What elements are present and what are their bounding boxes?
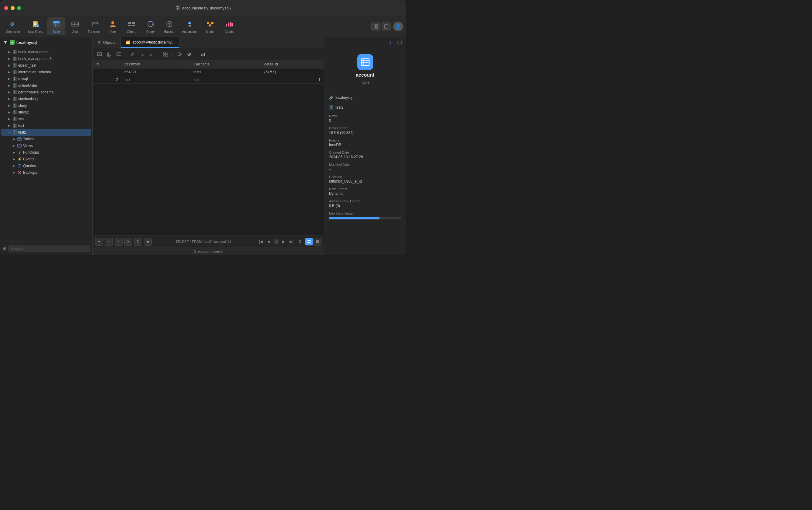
delete-row-button[interactable] xyxy=(115,50,123,58)
toolbar-query[interactable]: Query xyxy=(142,17,160,35)
filter-button[interactable] xyxy=(138,50,147,58)
page-first-button[interactable]: |◀ xyxy=(258,238,264,245)
chart-view-button[interactable] xyxy=(199,50,207,58)
function-label: Function xyxy=(88,30,99,33)
table-row[interactable]: 2 test test 1 xyxy=(93,76,324,84)
settings-icon[interactable]: ⚙ xyxy=(2,246,7,251)
tab-account[interactable]: 🗂️ account@test2 (localmy... xyxy=(121,37,179,48)
sidebar-item-book-management[interactable]: ▶ 🗄️ book_management xyxy=(1,49,91,55)
grid-button[interactable] xyxy=(161,50,170,58)
grid-view-type-button[interactable] xyxy=(305,238,313,246)
stop-button[interactable] xyxy=(185,50,193,58)
sidebar: ▼ ● localmysql ▶ 🗄️ book_management ▶ 🗄️… xyxy=(0,37,93,255)
page-next-button[interactable]: ▶ xyxy=(280,238,287,245)
sidebar-item-ebean-test[interactable]: ▶ 🗄️ ebean_test xyxy=(1,62,91,69)
sidebar-item-information-schema[interactable]: ▶ 🗄️ information_schema xyxy=(1,69,91,76)
sidebar-item-backups[interactable]: ▶ Backups xyxy=(1,169,91,176)
split-view-button[interactable] xyxy=(371,22,381,31)
sidebar-item-functions[interactable]: ▶ ƒ Functions xyxy=(1,149,91,156)
cancel-status-button[interactable]: ✕ xyxy=(124,238,132,246)
expand-icon: ▶ xyxy=(7,104,11,107)
edit-button[interactable] xyxy=(128,50,137,58)
check-status-button[interactable]: ✓ xyxy=(115,238,123,246)
toolbar-model[interactable]: Model xyxy=(201,17,219,35)
toolbar-charts[interactable]: Charts xyxy=(220,17,238,35)
svg-rect-71 xyxy=(166,54,168,56)
sidebar-item-mysql[interactable]: ▶ 🗄️ mysql xyxy=(1,76,91,82)
maximize-button[interactable] xyxy=(17,6,21,10)
db-icon: 🗄️ xyxy=(12,76,17,81)
sidebar-item-events[interactable]: ▶ ⚡ Events xyxy=(1,156,91,163)
toolbar-table[interactable]: Table xyxy=(47,17,65,35)
page-last-button[interactable]: ▶| xyxy=(288,238,295,245)
toolbar-backup[interactable]: Backup xyxy=(160,17,179,35)
view-icon xyxy=(70,19,80,29)
toolbar-user[interactable]: User xyxy=(104,17,122,35)
list-view-type-button[interactable] xyxy=(313,238,322,246)
minimize-button[interactable] xyxy=(11,6,14,10)
toolbar-automation[interactable]: Automation xyxy=(179,17,201,35)
sidebar-item-staybooking[interactable]: ▶ 🗄️ staybooking xyxy=(1,95,91,102)
search-input[interactable] xyxy=(8,245,90,252)
svg-rect-49 xyxy=(18,144,21,147)
backups-icon xyxy=(17,170,22,175)
db-icon: 🗄️ xyxy=(12,90,17,95)
single-view-button[interactable] xyxy=(382,22,391,31)
sidebar-item-queries[interactable]: ▶ Queries xyxy=(1,163,91,169)
refresh-button[interactable] xyxy=(175,50,184,58)
col-header-username[interactable]: username xyxy=(190,60,261,68)
close-button[interactable] xyxy=(4,6,8,10)
sidebar-item-views[interactable]: ▶ Views xyxy=(1,142,91,149)
sidebar-item-tables[interactable]: ▶ Tables xyxy=(1,136,91,142)
info-tab-button[interactable]: ℹ xyxy=(386,39,394,47)
query-icon xyxy=(146,19,155,29)
col-header-detail-id[interactable]: detail_id xyxy=(261,60,324,68)
sidebar-item-test2[interactable]: ▼ 🗄️ test2 xyxy=(1,129,91,136)
toolbar-function[interactable]: ƒ (x) Function xyxy=(85,17,103,35)
toolbar-new-query[interactable]: + New Query xyxy=(25,17,47,35)
data-length-value: 16 KB (16,384) xyxy=(329,131,401,135)
copy-row-button[interactable] xyxy=(105,50,114,58)
toolbar-view[interactable]: View xyxy=(66,17,84,35)
sidebar-item-online-order[interactable]: ▶ 🗄️ onlineOrder xyxy=(1,82,91,89)
sidebar-item-book-management3[interactable]: ▶ 🗄️ book_management3 xyxy=(1,55,91,62)
titlebar: 🗄️ account@test2 (localmysql) xyxy=(0,0,406,16)
svg-rect-80 xyxy=(309,240,310,241)
svg-rect-23 xyxy=(128,25,131,26)
sidebar-item-performance-schema[interactable]: ▶ 🗄️ performance_schema xyxy=(1,89,91,95)
add-row-button[interactable] xyxy=(95,50,104,58)
svg-rect-43 xyxy=(374,25,375,28)
sidebar-item-sys[interactable]: ▶ 🗄️ sys xyxy=(1,116,91,122)
toolbar-connection[interactable]: Connection xyxy=(3,17,25,35)
add-status-button[interactable]: + xyxy=(95,238,103,246)
remove-status-button[interactable]: − xyxy=(105,238,113,246)
cell-username: test xyxy=(190,76,261,84)
entity-type: Table xyxy=(361,80,369,85)
settings-status-icon[interactable]: ⚙ xyxy=(297,238,303,245)
svg-rect-22 xyxy=(128,22,131,24)
sort-button[interactable] xyxy=(148,50,156,58)
page-prev-button[interactable]: ◀ xyxy=(266,238,272,245)
toolbar-others[interactable]: Others xyxy=(123,17,141,35)
col-header-id[interactable]: id xyxy=(93,60,121,68)
sidebar-item-label: onlineOrder xyxy=(18,83,37,88)
main-toolbar: Connection + New Query Table xyxy=(0,16,406,37)
svg-rect-70 xyxy=(163,54,166,56)
table-row[interactable]: 1 654321 test1 (NULL) xyxy=(93,68,324,76)
stop-status-button[interactable]: ■ xyxy=(144,238,152,246)
reload-status-button[interactable]: ↻ xyxy=(134,238,142,246)
cell-detail-id: (NULL) xyxy=(261,68,324,76)
view-label: View xyxy=(72,30,79,33)
collation-value: utf8mb4_0900_ai_ci xyxy=(329,179,401,183)
col-header-password[interactable]: password xyxy=(121,60,190,68)
sidebar-item-study[interactable]: ▶ 🗄️ study xyxy=(1,102,91,109)
sidebar-item-study2[interactable]: ▶ 🗄️ study2 xyxy=(1,109,91,116)
svg-rect-39 xyxy=(226,24,227,26)
expand-icon: ▶ xyxy=(7,51,11,54)
user-avatar[interactable]: 👤 xyxy=(393,22,403,31)
svg-rect-7 xyxy=(34,24,36,25)
tab-objects[interactable]: ⊞ Objects xyxy=(93,37,121,48)
connection-label: Connection xyxy=(6,30,22,33)
structure-tab-button[interactable] xyxy=(396,39,403,47)
sidebar-item-test[interactable]: ▶ 🗄️ test xyxy=(1,122,91,129)
